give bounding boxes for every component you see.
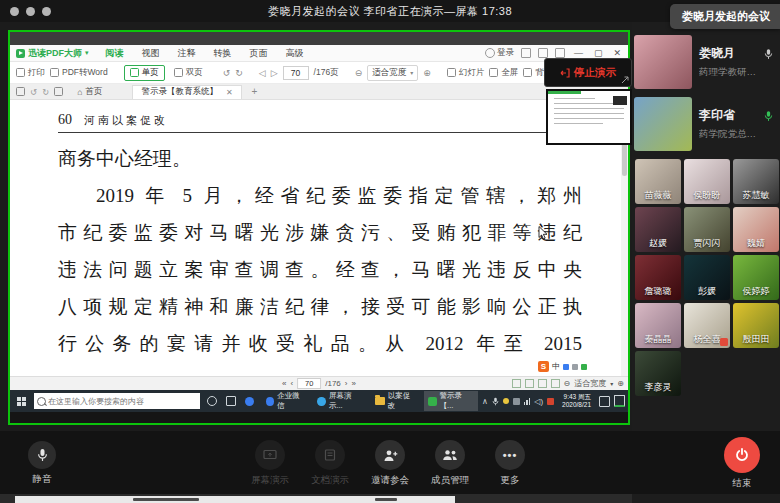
view-mode-icon[interactable]: [512, 379, 521, 388]
fit-width-select[interactable]: 适合宽度▾: [367, 65, 418, 81]
home-tab[interactable]: ⌂ 首页: [77, 86, 102, 98]
menu-annotate[interactable]: 注释: [169, 47, 205, 60]
participant-name: 彭媛: [684, 285, 730, 298]
camera-icon[interactable]: [538, 48, 548, 58]
zoom-out-icon[interactable]: ⊖: [564, 379, 571, 388]
pdf-to-word-button[interactable]: PDF转Word: [50, 67, 108, 79]
participant-tile[interactable]: 李彦灵: [635, 351, 681, 396]
participant-tile[interactable]: 苏慧敏: [733, 159, 779, 204]
view-mode-icon[interactable]: [538, 379, 547, 388]
screen-share-button[interactable]: 屏幕演示: [245, 440, 295, 487]
close-icon[interactable]: ✕: [611, 48, 623, 58]
expand-icon[interactable]: [621, 76, 629, 84]
participant-tile[interactable]: 秦晶晶: [635, 303, 681, 348]
participant-tile[interactable]: 彭媛: [684, 255, 730, 300]
participant-tile[interactable]: 贾闪闪: [684, 207, 730, 252]
save-icon[interactable]: [54, 87, 63, 96]
cortana-icon[interactable]: [204, 392, 219, 410]
undo-icon[interactable]: ↺: [30, 87, 37, 97]
task-view-icon[interactable]: [223, 392, 238, 410]
gear-icon[interactable]: [555, 48, 565, 58]
participant-tile[interactable]: 杨全喜: [684, 303, 730, 348]
double-page-button[interactable]: 双页: [170, 66, 207, 80]
rotate-right-icon[interactable]: ↻: [235, 68, 243, 78]
fullscreen-button[interactable]: 全屏: [489, 67, 518, 79]
sogou-tray-icon[interactable]: [547, 398, 554, 405]
maximize-icon[interactable]: ▢: [592, 48, 605, 58]
members-button[interactable]: 成员管理: [425, 440, 475, 487]
pdf-toolbar: 打印 PDF转Word 单页 双页 ↺ ↻ ◁ ▷ /176页 ⊖ 适合宽度▾ …: [10, 62, 628, 84]
last-page-icon[interactable]: »: [351, 379, 355, 388]
end-meeting-button[interactable]: 结束: [714, 437, 770, 490]
menu-page[interactable]: 页面: [241, 47, 277, 60]
more-button[interactable]: ••• 更多: [485, 440, 535, 487]
participant-tile[interactable]: 赵媛: [635, 207, 681, 252]
participant-tile[interactable]: 殷田田: [733, 303, 779, 348]
redo-icon[interactable]: ↻: [42, 87, 49, 97]
taskbar-app-presentation[interactable]: 屏幕演示...: [313, 391, 367, 411]
minimize-icon[interactable]: —: [572, 48, 585, 58]
zoom-out-icon[interactable]: ⊖: [355, 68, 363, 78]
page-number-input[interactable]: [283, 66, 309, 80]
participant-row[interactable]: 娄晓月 药理学教研…: [634, 33, 778, 91]
action-center-icon[interactable]: [614, 395, 625, 407]
chat-icon[interactable]: [521, 48, 531, 58]
view-mode-icon[interactable]: [551, 379, 560, 388]
document-page: 60 河南以案促改 商务中心经理。 2019 年 5 月，经省纪委监委指定管辖，…: [10, 100, 628, 376]
volume-icon[interactable]: ◁): [534, 397, 543, 406]
menu-advanced[interactable]: 高级: [277, 47, 313, 60]
single-page-button[interactable]: 单页: [124, 65, 165, 81]
prev-page-icon[interactable]: ‹: [291, 379, 294, 388]
participant-tile[interactable]: 侯盼盼: [684, 159, 730, 204]
zoom-in-icon[interactable]: ⊕: [423, 68, 431, 78]
taskbar-app-wecom[interactable]: 企业微信: [262, 391, 310, 411]
pdf-app-logo[interactable]: 迅读PDF大师 ▾: [16, 47, 89, 60]
print-button[interactable]: 打印: [16, 67, 45, 79]
participant-tile[interactable]: 詹璐璐: [635, 255, 681, 300]
network-icon[interactable]: [524, 398, 531, 405]
status-page-input[interactable]: 70: [297, 378, 321, 389]
ime-indicator[interactable]: S 中: [535, 360, 590, 373]
participant-tile[interactable]: 苗薇薇: [635, 159, 681, 204]
taskbar-app-pdf[interactable]: 警示录【...: [424, 391, 478, 411]
menu-read[interactable]: 阅读: [97, 47, 133, 60]
participant-tile[interactable]: 魏婧: [733, 207, 779, 252]
login-button[interactable]: 登录: [485, 47, 514, 59]
taskbar-clock[interactable]: 9:43 周五 2020/8/21: [562, 393, 591, 409]
next-page-icon[interactable]: ▷: [271, 68, 278, 78]
tray-app-icon[interactable]: [503, 398, 509, 404]
first-page-icon[interactable]: «: [282, 379, 286, 388]
menu-view[interactable]: 视图: [133, 47, 169, 60]
show-desktop-icon[interactable]: [599, 396, 610, 407]
letterbox-strip: [10, 412, 628, 423]
share-preview-thumbnail[interactable]: [546, 89, 632, 145]
document-tab[interactable]: 警示录【教育系统】 ✕: [132, 85, 241, 99]
fit-width-select[interactable]: 适合宽度: [574, 378, 606, 389]
taskbar-search-input[interactable]: [34, 393, 200, 409]
stop-presenting-button[interactable]: 停止演示: [544, 58, 632, 87]
view-mode-icon[interactable]: [525, 379, 534, 388]
mute-button[interactable]: 静音: [14, 441, 70, 486]
mic-tray-icon[interactable]: [492, 397, 499, 406]
zoom-in-icon[interactable]: ⊕: [617, 379, 624, 388]
participant-name: 苗薇薇: [635, 189, 681, 202]
wecom-icon[interactable]: [242, 392, 257, 410]
folder-open-icon[interactable]: [16, 87, 25, 96]
participant-tile[interactable]: 侯婷婷: [733, 255, 779, 300]
participant-name: 娄晓月: [699, 45, 735, 62]
new-tab-icon[interactable]: +: [252, 86, 258, 97]
next-page-icon[interactable]: ›: [345, 379, 348, 388]
taskbar-search[interactable]: [34, 393, 200, 409]
doc-share-button[interactable]: 文档演示: [305, 440, 355, 487]
invite-button[interactable]: 邀请参会: [365, 440, 415, 487]
participant-row[interactable]: 李印省 药学院党总…: [634, 95, 778, 153]
taskbar-app-folder[interactable]: 以案促改: [371, 391, 420, 411]
menu-convert[interactable]: 转换: [205, 47, 241, 60]
prev-page-icon[interactable]: ◁: [259, 68, 266, 78]
slideshow-button[interactable]: 幻灯片: [447, 67, 485, 79]
windows-start-icon[interactable]: [17, 397, 26, 406]
tray-app-icon[interactable]: [513, 398, 520, 405]
rotate-left-icon[interactable]: ↺: [223, 68, 231, 78]
hidden-icons-chevron[interactable]: ∧: [482, 397, 488, 406]
close-tab-icon[interactable]: ✕: [226, 88, 233, 97]
